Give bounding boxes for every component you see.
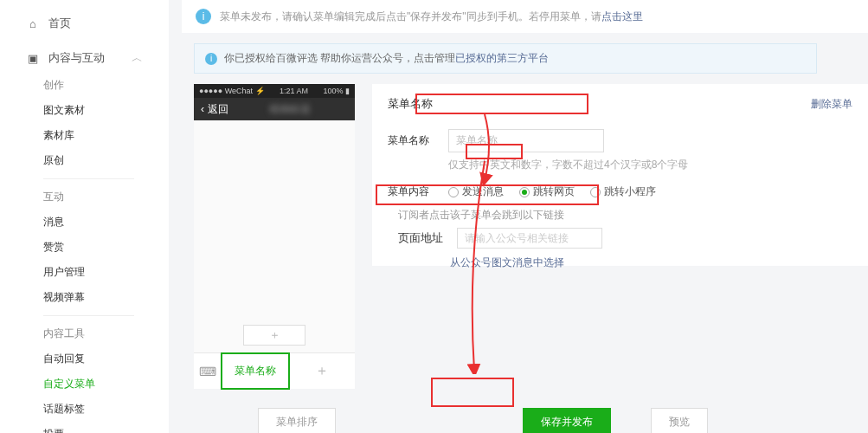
nav-group-tools: 内容工具 [0, 321, 169, 346]
save-publish-button[interactable]: 保存并发布 [523, 408, 611, 433]
add-submenu-button[interactable]: ＋ [243, 325, 305, 346]
nav-home[interactable]: ⌂ 首页 [0, 9, 169, 38]
phone-title-blur: 模糊标题 [232, 102, 348, 117]
phone-preview: ●●●●● WeChat ⚡ 1:21 AM 100% ▮ ‹ 返回 模糊标题 … [194, 84, 355, 389]
nav-item-autoreply[interactable]: 自动回复 [0, 346, 169, 372]
name-label: 菜单名称 [388, 133, 436, 148]
panel-title: 菜单名称 [388, 96, 433, 112]
phone-header: ‹ 返回 模糊标题 [194, 98, 355, 120]
radio-jump-web[interactable]: 跳转网页 [519, 184, 575, 199]
preview-button[interactable]: 预览 [651, 408, 708, 433]
menu-slot-1[interactable]: 菜单名称 [221, 352, 290, 390]
select-from-articles-link[interactable]: 从公众号图文消息中选择 [450, 255, 564, 270]
phone-statusbar: ●●●●● WeChat ⚡ 1:21 AM 100% ▮ [194, 84, 355, 98]
nav-content[interactable]: ▣ 内容与互动 ︿ [0, 43, 169, 73]
phone-menu-bar: ⌨ 菜单名称 ＋ [194, 352, 355, 389]
sidebar: ⌂ 首页 ▣ 内容与互动 ︿ 创作 图文素材 素材库 原创 互动 消息 赞赏 用… [0, 0, 169, 433]
nav-content-label: 内容与互动 [48, 50, 105, 66]
info-icon: i [205, 53, 217, 65]
notice-text: 菜单未发布，请确认菜单编辑完成后点击"保存并发布"同步到手机。若停用菜单，请 [220, 10, 601, 23]
content-label: 菜单内容 [388, 184, 436, 199]
main: i 菜单未发布，请确认菜单编辑完成后点击"保存并发布"同步到手机。若停用菜单，请… [182, 0, 868, 433]
url-label: 页面地址 [398, 230, 447, 246]
url-input[interactable] [457, 228, 602, 249]
nav-group-create: 创作 [0, 73, 169, 98]
content-icon: ▣ [26, 51, 40, 65]
name-input[interactable]: 菜单名称 [448, 129, 604, 152]
sub-hint: 订阅者点击该子菜单会跳到以下链接 [398, 208, 852, 223]
nav-group-interact: 互动 [0, 184, 169, 210]
battery-label: 100% ▮ [323, 87, 350, 95]
form-panel: 菜单名称 删除菜单 菜单名称 菜单名称 仅支持中英文和数字，字数不超过4个汉字或… [372, 84, 868, 266]
keyboard-icon[interactable]: ⌨ [194, 353, 222, 389]
phone-body: ＋ [194, 120, 355, 352]
nav-item-custommenu[interactable]: 自定义菜单 [0, 372, 169, 397]
nav-item-materials[interactable]: 素材库 [0, 123, 169, 148]
nav-item-topics[interactable]: 话题标签 [0, 397, 169, 422]
nav-item-vote[interactable]: 投票 [0, 422, 169, 433]
sort-button[interactable]: 菜单排序 [258, 408, 336, 433]
nav-item-original[interactable]: 原创 [0, 148, 169, 173]
nav-item-users[interactable]: 用户管理 [0, 260, 169, 285]
footer-buttons: 菜单排序 保存并发布 预览 [194, 408, 868, 433]
notice-bar: i 菜单未发布，请确认菜单编辑完成后点击"保存并发布"同步到手机。若停用菜单，请… [182, 0, 868, 33]
auth-text: 你已授权给百微评选 帮助你运营公众号，点击管理 [224, 52, 455, 64]
back-icon[interactable]: ‹ [201, 103, 204, 115]
home-icon: ⌂ [26, 16, 40, 30]
back-label[interactable]: 返回 [208, 102, 228, 117]
notice-link[interactable]: 点击这里 [601, 10, 643, 23]
carrier-label: ●●●●● WeChat ⚡ [199, 87, 265, 95]
nav-item-danmu[interactable]: 视频弹幕 [0, 285, 169, 310]
nav-item-messages[interactable]: 消息 [0, 210, 169, 235]
auth-link[interactable]: 已授权的第三方平台 [455, 52, 549, 64]
chevron-up-icon: ︿ [132, 50, 143, 66]
auth-bar: i 你已授权给百微评选 帮助你运营公众号，点击管理已授权的第三方平台 [194, 43, 817, 74]
divider [43, 178, 134, 179]
delete-menu-link[interactable]: 删除菜单 [811, 97, 852, 112]
nav-home-label: 首页 [48, 16, 71, 31]
time-label: 1:21 AM [280, 87, 308, 95]
divider [43, 315, 134, 316]
radio-send-message[interactable]: 发送消息 [448, 184, 504, 199]
menu-slot-add[interactable]: ＋ [289, 353, 355, 389]
radio-jump-miniprogram[interactable]: 跳转小程序 [590, 184, 656, 199]
name-hint: 仅支持中英文和数字，字数不超过4个汉字或8个字母 [448, 158, 852, 172]
nav-item-reward[interactable]: 赞赏 [0, 235, 169, 260]
info-icon: i [196, 9, 211, 24]
nav-item-articles[interactable]: 图文素材 [0, 98, 169, 123]
